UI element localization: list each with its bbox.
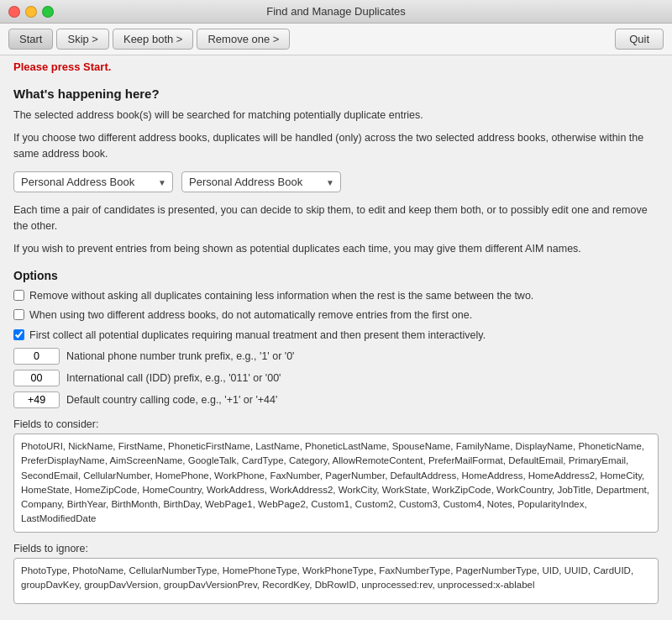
checkbox-row-2: When using two different address books, …: [13, 308, 659, 323]
desc4: If you wish to prevent entries from bein…: [13, 241, 659, 257]
idd-prefix-input[interactable]: [13, 370, 60, 386]
what-heading: What's happening here?: [13, 87, 659, 101]
dropdown2-wrap: Personal Address Book ▼: [181, 171, 341, 192]
checkbox-2[interactable]: [13, 309, 24, 320]
checkbox-row-3: First collect all potential duplicates r…: [13, 328, 659, 344]
input-row-2: International call (IDD) prefix, e.g., '…: [13, 370, 659, 386]
checkbox-1[interactable]: [13, 290, 24, 301]
skip-button[interactable]: Skip >: [56, 29, 109, 50]
checkbox-1-label: Remove without asking all duplicates con…: [29, 289, 533, 304]
fields-ignore-box[interactable]: PhotoType, PhotoName, CellularNumberType…: [13, 558, 659, 604]
minimize-button[interactable]: [25, 6, 37, 18]
checkbox-3-label: First collect all potential duplicates r…: [29, 328, 486, 344]
trunk-prefix-input[interactable]: [13, 348, 60, 365]
dropdowns-row: Personal Address Book ▼ Personal Address…: [13, 171, 659, 192]
checkbox-3[interactable]: [13, 329, 24, 340]
address-book-dropdown-2[interactable]: Personal Address Book: [181, 171, 341, 192]
close-button[interactable]: [8, 6, 20, 18]
desc3: Each time a pair of candidates is presen…: [13, 202, 659, 234]
desc2: If you choose two different address book…: [13, 130, 659, 162]
window-title: Find and Manage Duplicates: [266, 5, 406, 18]
quit-button[interactable]: Quit: [615, 29, 664, 50]
checkbox-2-label: When using two different address books, …: [29, 308, 472, 323]
fields-consider-label: Fields to consider:: [13, 418, 659, 430]
country-code-label: Default country calling code, e.g., '+1'…: [66, 394, 277, 406]
dropdown1-wrap: Personal Address Book ▼: [13, 171, 173, 192]
fields-consider-section: Fields to consider: PhotoURI, NickName, …: [13, 418, 659, 533]
window-controls: [8, 6, 54, 18]
maximize-button[interactable]: [42, 6, 54, 18]
fields-ignore-label: Fields to ignore:: [13, 543, 659, 554]
fields-consider-box[interactable]: PhotoURI, NickName, FirstName, PhoneticF…: [13, 433, 659, 533]
fields-ignore-section: Fields to ignore: PhotoType, PhotoName, …: [13, 543, 659, 604]
main-content: What's happening here? The selected addr…: [0, 78, 672, 612]
toolbar: Start Skip > Keep both > Remove one > Qu…: [0, 24, 672, 55]
remove-one-button[interactable]: Remove one >: [197, 29, 290, 50]
checkbox-row-1: Remove without asking all duplicates con…: [13, 289, 659, 304]
input-row-3: Default country calling code, e.g., '+1'…: [13, 391, 659, 408]
options-heading: Options: [13, 269, 659, 282]
country-code-input[interactable]: [13, 391, 60, 408]
status-bar: Please press Start.: [0, 55, 672, 78]
input-row-1: National phone number trunk prefix, e.g.…: [13, 348, 659, 365]
start-button[interactable]: Start: [8, 29, 53, 50]
idd-prefix-label: International call (IDD) prefix, e.g., '…: [66, 372, 281, 384]
address-book-dropdown-1[interactable]: Personal Address Book: [13, 171, 173, 192]
desc1: The selected address book(s) will be sea…: [13, 108, 659, 123]
status-message: Please press Start.: [13, 60, 111, 73]
options-section: Options Remove without asking all duplic…: [13, 269, 659, 409]
keep-both-button[interactable]: Keep both >: [113, 29, 193, 50]
title-bar: Find and Manage Duplicates: [0, 0, 672, 24]
trunk-prefix-label: National phone number trunk prefix, e.g.…: [66, 350, 295, 362]
